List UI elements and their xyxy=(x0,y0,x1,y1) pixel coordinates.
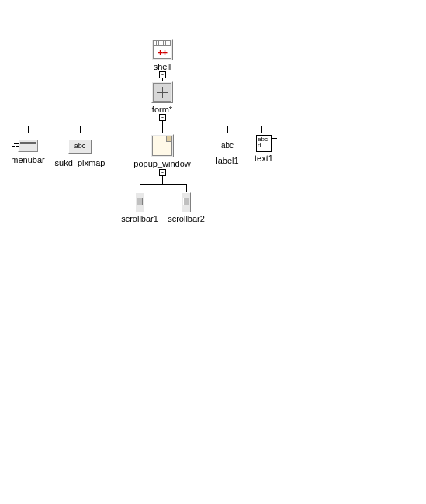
menubar-icon xyxy=(18,140,38,152)
connector xyxy=(162,126,163,133)
node-scrollbar1[interactable]: scrollbar1 xyxy=(116,192,163,223)
node-shell[interactable]: ++ shell xyxy=(139,39,185,71)
node-form[interactable]: form* xyxy=(139,81,185,114)
node-label: label1 xyxy=(216,156,238,165)
node-label: sukd_pixmap xyxy=(55,158,106,167)
connector xyxy=(140,184,140,192)
popup-window-icon xyxy=(151,134,174,157)
node-label: menubar xyxy=(11,155,44,164)
node-scrollbar2[interactable]: scrollbar2 xyxy=(163,192,210,223)
connector xyxy=(227,126,228,133)
form-icon xyxy=(151,81,173,103)
connector xyxy=(28,126,279,126)
node-text1[interactable]: abc d text1 xyxy=(247,135,281,163)
connector xyxy=(28,126,29,133)
node-label: scrollbar2 xyxy=(168,214,205,223)
node-popup-window[interactable]: popup_window xyxy=(127,134,197,168)
node-sukd-pixmap[interactable]: abc sukd_pixmap xyxy=(45,140,115,167)
text-icon: abc d xyxy=(256,135,272,152)
toggle-form[interactable]: - xyxy=(159,114,166,121)
toggle-popup-window[interactable]: - xyxy=(159,169,166,176)
node-menubar[interactable]: menubar xyxy=(5,138,51,164)
node-label: scrollbar1 xyxy=(121,214,158,223)
node-label: popup_window xyxy=(133,159,190,168)
connector xyxy=(80,126,81,133)
scrollbar-icon xyxy=(135,192,144,212)
toggle-shell[interactable]: - xyxy=(159,71,166,78)
connector xyxy=(140,184,186,185)
pixmap-icon: abc xyxy=(68,140,92,154)
connector xyxy=(186,184,187,192)
label-icon: abc xyxy=(221,141,234,150)
scrollbar-icon xyxy=(182,192,191,212)
node-label: text1 xyxy=(255,154,273,163)
node-label1[interactable]: abc label1 xyxy=(204,141,251,165)
connector xyxy=(279,126,291,126)
connector xyxy=(261,126,262,133)
widget-tree-diagram: ++ shell - form* - menubar abc sukd_pixm… xyxy=(0,0,426,504)
shell-icon: ++ xyxy=(151,39,173,60)
plus-plus-icon: ++ xyxy=(154,47,171,58)
